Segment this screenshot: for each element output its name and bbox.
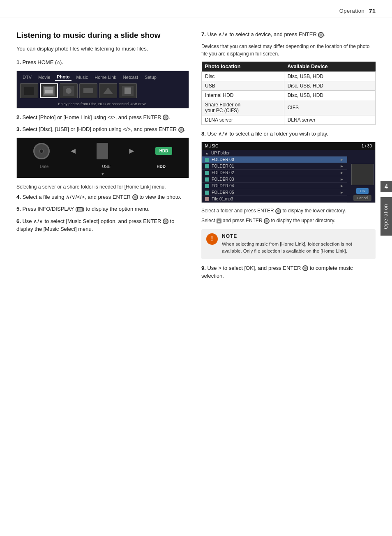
upfolder-label: UP Folder xyxy=(211,151,230,155)
folder02-label: FOLDER 02 xyxy=(212,170,234,175)
enter-icon-7 xyxy=(318,32,324,38)
step-8-text: Use ∧/∨ to select a file or a folder you… xyxy=(207,131,328,137)
thumb-3 xyxy=(60,83,78,98)
screenshot-device-selector: ◄ ► HDD Date USB HDD ▼ xyxy=(16,138,189,178)
table-header-device: Available Device xyxy=(284,62,375,72)
step-3-text: Select [Disc], [USB] or [HDD] option usi… xyxy=(22,126,185,132)
up-dir-icon: ▲ xyxy=(217,219,221,223)
enter-icon-3 xyxy=(178,127,184,133)
screenshot-footer: Enjoy photos from Disc, HDD or connected… xyxy=(17,101,189,108)
folder-icon-3 xyxy=(205,177,209,182)
table-row: Internal HDD Disc, USB, HDD xyxy=(202,90,376,100)
arrow-3: ► xyxy=(340,177,344,182)
step-5: 5. Press INFO/DISPLAY () to display the … xyxy=(16,205,189,213)
thumb-5 xyxy=(99,83,117,98)
up-icon: ▲ xyxy=(205,151,209,155)
arrow-1: ► xyxy=(340,164,344,168)
device-8 xyxy=(97,143,108,159)
nav-homelink: Home Link xyxy=(93,74,118,81)
display-icon xyxy=(77,207,83,212)
label-date: Date xyxy=(40,164,48,169)
note-text: When selecting music from [Home Link], f… xyxy=(222,241,371,255)
folder03-label: FOLDER 03 xyxy=(212,177,234,182)
table-cell-loc-4: Share Folder onyour PC (CIFS) xyxy=(202,100,284,115)
music-folder-screenshot: MUSIC 1 / 30 ▲ UP Folder FOLDER 00 xyxy=(201,142,376,203)
page-header: Operation 71 xyxy=(0,0,392,18)
music-row-upfolder: ▲ UP Folder xyxy=(202,150,347,156)
step-9-text: Use > to select [OK], and press ENTER to… xyxy=(201,265,353,279)
cancel-button[interactable]: Cancel xyxy=(353,195,371,201)
section-title: Listening to music during a slide show xyxy=(16,30,189,41)
step-9: 9. Use > to select [OK], and press ENTER… xyxy=(201,264,376,280)
arrow-4: ► xyxy=(340,184,344,188)
hdd-label: HDD xyxy=(155,147,173,155)
left-column: Listening to music during a slide show Y… xyxy=(16,30,189,284)
left-arrow: ◄ xyxy=(69,146,77,156)
table-cell-dev-5: DLNA server xyxy=(284,115,375,124)
step-6-num: 6. xyxy=(16,218,21,224)
table-header-location: Photo location xyxy=(202,62,284,72)
usb-indicator: ▼ xyxy=(17,172,189,178)
step-9-num: 9. xyxy=(201,265,206,271)
arrow-2: ► xyxy=(340,170,344,175)
thumb-2 xyxy=(40,83,58,98)
nav-setup: Setup xyxy=(143,74,158,81)
svg-rect-12 xyxy=(125,87,131,94)
music-row-folder05: FOLDER 05 ► xyxy=(202,189,347,196)
nav-movie: Movie xyxy=(37,74,52,81)
svg-rect-4 xyxy=(45,90,53,93)
svg-rect-1 xyxy=(24,87,34,95)
step-7-text: Use ∧/∨ to select a device, and press EN… xyxy=(207,31,325,37)
table-cell-loc-1: Disc xyxy=(202,71,284,81)
step-3-caption: Selecting a server or a share folder is … xyxy=(16,183,189,191)
note-title: NOTE xyxy=(222,233,371,239)
nav-photo: Photo xyxy=(55,74,71,81)
music-title: MUSIC xyxy=(205,144,218,148)
thumb-6 xyxy=(119,83,137,98)
section-intro: You can display photo files while listen… xyxy=(16,45,189,53)
step-6-text: Use ∧/∨ to select [Music Select] option,… xyxy=(16,218,174,232)
enter-icon-9 xyxy=(302,265,308,271)
side-tab-number: 4 xyxy=(380,181,392,192)
table-row: USB Disc, USB, HDD xyxy=(202,81,376,90)
arrow-5: ► xyxy=(340,190,344,195)
table-row: Disc Disc, USB, HDD xyxy=(202,71,376,81)
enter-icon-8a xyxy=(275,208,281,214)
music-row-folder04: FOLDER 04 ► xyxy=(202,183,347,189)
thumb-1 xyxy=(20,83,38,98)
label-usb: USB xyxy=(102,164,111,169)
note-content: NOTE When selecting music from [Home Lin… xyxy=(222,233,371,255)
step-2-num: 2. xyxy=(16,114,21,120)
enter-icon-8b xyxy=(264,218,270,224)
step-5-num: 5. xyxy=(16,206,21,212)
table-row: Share Folder onyour PC (CIFS) CIFS xyxy=(202,100,376,115)
step-5-text: Press INFO/DISPLAY () to display the opt… xyxy=(22,206,150,212)
step-8-num: 8. xyxy=(201,131,206,137)
enter-icon-6 xyxy=(163,219,168,224)
step-2: 2. Select [Photo] or [Home Link] using <… xyxy=(16,113,189,122)
table-cell-dev-2: Disc, USB, HDD xyxy=(284,81,375,90)
label-hdd: HDD xyxy=(157,164,166,169)
step-8: 8. Use ∧/∨ to select a file or a folder … xyxy=(201,130,376,138)
device-disc xyxy=(33,143,50,159)
ok-button[interactable]: OK xyxy=(356,188,368,194)
music-row-folder03: FOLDER 03 ► xyxy=(202,176,347,183)
folder-icon-4 xyxy=(205,184,209,188)
music-row-folder00: FOLDER 00 ► xyxy=(202,156,347,163)
step-6: 6. Use ∧/∨ to select [Music Select] opti… xyxy=(16,217,189,233)
step-8-caption-1: Select a folder and press ENTER to displ… xyxy=(201,207,376,214)
table-cell-dev-4: CIFS xyxy=(284,100,375,115)
screenshot-thumbs xyxy=(17,81,189,101)
svg-rect-8 xyxy=(83,88,93,93)
step-4-num: 4. xyxy=(16,194,21,200)
step-4-text: Select a file using ∧/∨/</>, and press E… xyxy=(22,194,181,200)
arrow-0: ► xyxy=(340,157,344,162)
step-2-text: Select [Photo] or [Home Link] using </>,… xyxy=(22,114,170,120)
step-1: 1. Press HOME (⌂). xyxy=(16,58,189,67)
note-exclamation-icon: ! xyxy=(206,233,218,245)
folder04-label: FOLDER 04 xyxy=(212,184,234,188)
enter-icon-2 xyxy=(163,115,168,120)
nav-dtv: DTV xyxy=(21,74,33,81)
chapter-label: Operation xyxy=(339,8,365,14)
folder-icon-5 xyxy=(205,191,209,195)
